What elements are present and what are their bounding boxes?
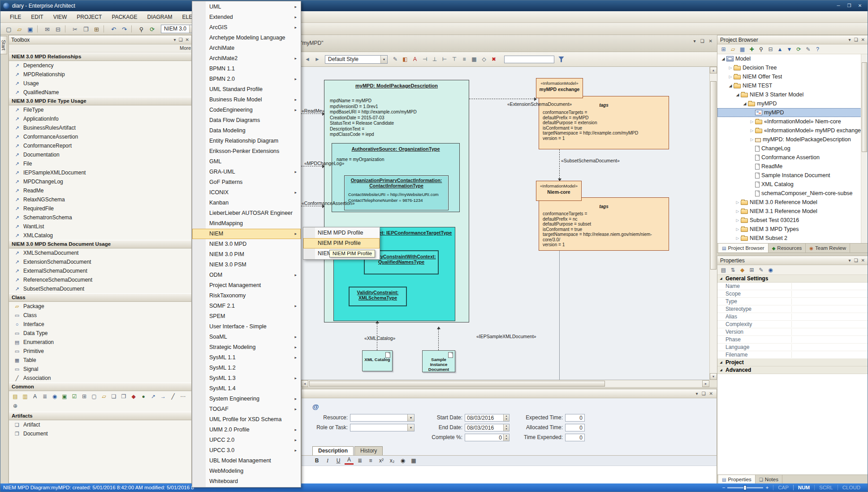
issue-icon[interactable]: ◆	[129, 392, 138, 401]
tree-scrollbar[interactable]	[861, 54, 868, 243]
refresh-icon[interactable]: ⟳	[147, 25, 157, 33]
font-color-icon[interactable]: A	[410, 55, 419, 64]
menu-item[interactable]: GoF Patterns ▸	[192, 177, 301, 187]
menu-item[interactable]: SOMF 2.1 ▸	[192, 301, 301, 311]
menu-item[interactable]: FILE	[5, 13, 26, 22]
edit-icon[interactable]: ✎	[757, 266, 765, 274]
pin-icon[interactable]: ❏	[700, 39, 704, 44]
tree-item[interactable]: Model	[717, 54, 868, 63]
menu-item[interactable]: ODM ▸	[192, 270, 301, 280]
menu-item[interactable]: UMM 2.0 Profile ▸	[192, 425, 301, 435]
pen-color-icon[interactable]: ✎	[391, 55, 400, 64]
zoom-slider[interactable]: − +	[722, 485, 769, 490]
menu-item[interactable]: VIEW	[48, 13, 72, 22]
expander-icon[interactable]	[749, 137, 755, 142]
menu-item[interactable]: Business Rule Model ▸	[192, 95, 301, 105]
menu-item[interactable]: UML Profile for XSD Schema ▸	[192, 414, 301, 425]
open-icon[interactable]: ▱	[15, 25, 24, 33]
connector-changelog[interactable]	[301, 166, 324, 166]
menu-item[interactable]: GML ▸	[192, 157, 301, 167]
scroll-up-icon[interactable]: ▲	[710, 67, 717, 74]
menu-item[interactable]: Entity Relationship Diagram ▸	[192, 136, 301, 146]
forward-icon[interactable]: ►	[313, 55, 322, 64]
menu-item[interactable]: SysML 1.1 ▸	[192, 353, 301, 363]
menu-item[interactable]: RiskTaxonomy ▸	[192, 291, 301, 301]
maximize-button[interactable]: ❐	[844, 2, 854, 9]
tree-item[interactable]: Conformance Assertion	[717, 153, 868, 162]
menu-item[interactable]: NIEM 3.0 PIM ▸	[192, 249, 301, 260]
bottom-panel-tab[interactable]: Description	[312, 446, 354, 455]
time-expended-input[interactable]: 0	[565, 434, 585, 441]
toolbox-item[interactable]: ↗ ConformanceAssertion	[9, 132, 191, 141]
toolbox-item[interactable]: ▤ Enumeration	[9, 338, 191, 347]
element-xml-catalog-artifact[interactable]: XML Catalog	[362, 350, 393, 371]
submenu-item[interactable]: NIEM MPD Profile	[303, 228, 380, 238]
tree-item[interactable]: Decision Tree	[717, 63, 868, 72]
scroll-down-icon[interactable]: ▼	[710, 373, 717, 380]
close-icon[interactable]: ✕	[709, 391, 713, 396]
tree-item[interactable]: XML Catalog	[717, 180, 868, 189]
description-textarea[interactable]	[302, 466, 717, 484]
property-row[interactable]: Project	[717, 359, 868, 366]
bold-icon[interactable]: B	[312, 457, 321, 465]
toolbox-item[interactable]: ↗ ConformanceReport	[9, 141, 191, 150]
legend-icon[interactable]: ≣	[40, 392, 49, 401]
toolbox-item[interactable]: ❏ Artifact	[9, 420, 191, 429]
matrix-icon[interactable]: ⊞	[80, 392, 89, 401]
group-icon[interactable]: ◇	[479, 55, 488, 64]
toolbox-item[interactable]: ↗ IEPSampleXMLDocument	[9, 168, 191, 177]
submenu-item[interactable]: NIEM PIM Profile	[303, 238, 380, 248]
menu-item[interactable]: EDIT	[26, 13, 48, 22]
expander-icon[interactable]	[734, 227, 741, 231]
menu-item[interactable]: ICONIX ▸	[192, 187, 301, 198]
toolbox-item[interactable]: ↗ ReferenceSchemaDocument	[9, 275, 191, 284]
connector-sample-instance[interactable]	[438, 327, 439, 350]
expander-icon[interactable]	[734, 92, 741, 97]
resource-combo[interactable]: ▾	[350, 414, 415, 422]
property-row[interactable]: Alias	[717, 313, 868, 321]
toolbox-section-header[interactable]: NIEM 3.0 MPD File Type Usage	[9, 97, 191, 105]
chevron-down-icon[interactable]: ▾	[849, 258, 851, 263]
connector-readme[interactable]	[301, 113, 324, 114]
toolbox-item[interactable]: ↗ Dependency	[9, 61, 191, 70]
element-validity-constraint[interactable]: ValidityConstraint: XMLSchemaType	[349, 287, 407, 306]
note-icon[interactable]: ▤	[11, 392, 20, 401]
diamond-icon[interactable]: ◆	[738, 266, 747, 274]
sort-icon[interactable]: ⇅	[729, 266, 737, 274]
cut-icon[interactable]: ✂	[70, 25, 80, 33]
toolbox-section-header[interactable]: NIEM 3.0 MPD Relationships	[9, 52, 191, 61]
property-row[interactable]: Version	[717, 328, 868, 336]
connector-extension-schema[interactable]	[469, 99, 536, 99]
dependency-icon[interactable]: ↗	[149, 392, 158, 401]
close-icon[interactable]: ✕	[861, 258, 865, 263]
menu-item[interactable]: SysML 1.3 ▸	[192, 373, 301, 383]
redo-icon[interactable]: ↷	[120, 25, 129, 33]
menu-item[interactable]: WebModeling ▸	[192, 466, 301, 476]
spinner[interactable]: ▴▾	[503, 414, 509, 421]
fill-color-icon[interactable]: ◧	[401, 55, 410, 64]
property-row[interactable]: Scope	[717, 290, 868, 298]
zoom-thumb[interactable]	[743, 485, 747, 490]
menu-item[interactable]: MindMapping ▸	[192, 218, 301, 229]
menu-item[interactable]: BPMN 2.0 ▸	[192, 74, 301, 84]
pin-icon[interactable]: ❏	[854, 258, 858, 263]
menu-item[interactable]: UBL Model Management ▸	[192, 456, 301, 466]
move-up-icon[interactable]: ▲	[776, 45, 784, 53]
toolbox-item[interactable]: ▭ Signal	[9, 365, 191, 374]
tree-item[interactable]: NIEM TEST	[717, 81, 868, 90]
artifact-icon[interactable]: ❏	[109, 392, 118, 401]
toolbox-section-header[interactable]: Artifacts	[9, 412, 191, 420]
menu-item[interactable]: Kanban ▸	[192, 198, 301, 208]
menu-item[interactable]: Project Management ▸	[192, 280, 301, 291]
association-icon[interactable]: ╱	[168, 392, 177, 401]
collapse-all-icon[interactable]: ⊟	[766, 45, 775, 53]
menu-item[interactable]: ArcGIS ▸	[192, 22, 301, 33]
bullet-list-icon[interactable]: ≣	[355, 457, 364, 465]
end-date-input[interactable]: 08/03/2016▴▾	[465, 424, 510, 431]
toolbox-item[interactable]: ○ Interface	[9, 320, 191, 329]
menu-item[interactable]: SPEM ▸	[192, 311, 301, 322]
menu-item[interactable]: NIEM 3.0 MPD ▸	[192, 239, 301, 249]
horizontal-scrollbar[interactable]: ◄ ►	[301, 380, 709, 387]
new-diagram-icon[interactable]: ▦	[738, 45, 747, 53]
link-icon[interactable]: ◉	[766, 266, 775, 274]
